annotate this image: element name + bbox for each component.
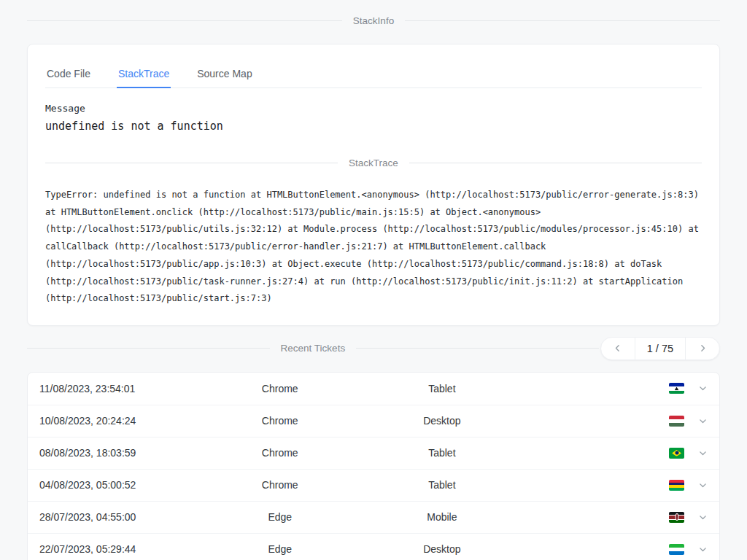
ticket-meta — [537, 544, 708, 555]
prev-page-button[interactable] — [601, 338, 635, 359]
ticket-device: Desktop — [347, 415, 537, 427]
flag-mauritius-icon — [669, 480, 684, 491]
table-row[interactable]: 11/08/2023, 23:54:01 Chrome Tablet — [28, 373, 719, 405]
page-indicator: 1 / 75 — [635, 343, 685, 354]
tab-bar: Code File StackTrace Source Map — [45, 63, 702, 88]
tickets-table: 11/08/2023, 23:54:01 Chrome Tablet 10/08… — [27, 372, 720, 560]
chevron-down-icon[interactable] — [698, 545, 708, 554]
ticket-browser: Edge — [213, 543, 347, 555]
table-row[interactable]: 28/07/2023, 04:55:00 Edge Mobile — [28, 501, 719, 533]
ticket-browser: Chrome — [213, 383, 347, 394]
chevron-right-icon — [698, 343, 708, 353]
ticket-meta — [537, 416, 708, 427]
divider-line — [409, 163, 702, 163]
next-page-button[interactable] — [686, 338, 719, 359]
recent-tickets-label: Recent Tickets — [270, 343, 357, 354]
ticket-meta — [537, 512, 708, 523]
ticket-device: Desktop — [347, 543, 537, 555]
pagination: 1 / 75 — [600, 337, 720, 360]
divider-line — [27, 20, 342, 21]
ticket-datetime: 10/08/2023, 20:24:24 — [39, 415, 213, 427]
tab-stacktrace[interactable]: StackTrace — [117, 63, 171, 88]
ticket-datetime: 08/08/2023, 18:03:59 — [39, 447, 213, 459]
ticket-datetime: 28/07/2023, 04:55:00 — [39, 511, 213, 523]
chevron-left-icon — [613, 343, 622, 353]
recent-tickets-header: Recent Tickets 1 / 75 — [27, 337, 720, 360]
stacktrace-divider: StackTrace — [45, 158, 702, 168]
tab-source-map[interactable]: Source Map — [196, 63, 253, 88]
chevron-down-icon[interactable] — [698, 513, 708, 522]
ticket-datetime: 22/07/2023, 05:29:44 — [39, 543, 213, 555]
stackinfo-divider: StackInfo — [27, 15, 720, 26]
ticket-meta — [537, 480, 708, 491]
ticket-device: Tablet — [347, 383, 537, 394]
divider-line — [27, 348, 270, 349]
ticket-meta — [537, 383, 708, 394]
stacktrace-divider-label: StackTrace — [338, 158, 409, 168]
table-row[interactable]: 10/08/2023, 20:24:24 Chrome Desktop — [28, 405, 719, 437]
chevron-down-icon[interactable] — [698, 384, 708, 393]
chevron-down-icon[interactable] — [698, 448, 708, 458]
chevron-down-icon[interactable] — [698, 481, 708, 490]
stack-info-card: Code File StackTrace Source Map Message … — [27, 44, 720, 326]
divider-line — [45, 163, 338, 163]
error-message-block: Message undefined is not a function — [45, 103, 702, 133]
ticket-browser: Chrome — [213, 479, 347, 491]
flag-brazil-icon — [669, 448, 684, 459]
stack-trace-text: TypeError: undefined is not a function a… — [45, 187, 702, 308]
table-row[interactable]: 04/08/2023, 05:00:52 Chrome Tablet — [28, 469, 719, 501]
ticket-datetime: 04/08/2023, 05:00:52 — [39, 479, 213, 491]
flag-lesotho-icon — [669, 383, 684, 394]
flag-sierra_leone-icon — [669, 544, 684, 555]
ticket-device: Tablet — [347, 479, 537, 491]
ticket-browser: Chrome — [213, 415, 347, 427]
message-value: undefined is not a function — [45, 120, 702, 133]
ticket-datetime: 11/08/2023, 23:54:01 — [39, 383, 213, 394]
page-title: StackInfo — [342, 15, 405, 26]
ticket-browser: Edge — [213, 511, 347, 523]
page-root: StackInfo Code File StackTrace Source Ma… — [0, 0, 747, 560]
message-label: Message — [45, 103, 702, 114]
ticket-browser: Chrome — [213, 447, 347, 459]
ticket-meta — [537, 448, 708, 459]
table-row[interactable]: 22/07/2023, 05:29:44 Edge Desktop — [28, 533, 719, 560]
flag-kenya-icon — [669, 512, 684, 523]
table-row[interactable]: 08/08/2023, 18:03:59 Chrome Tablet — [28, 437, 719, 469]
chevron-down-icon[interactable] — [698, 416, 708, 426]
tab-code-file[interactable]: Code File — [45, 63, 92, 88]
divider-line — [405, 20, 720, 21]
ticket-device: Tablet — [347, 447, 537, 459]
divider-line — [356, 348, 599, 349]
ticket-device: Mobile — [347, 511, 537, 523]
flag-hungary-icon — [669, 416, 684, 427]
